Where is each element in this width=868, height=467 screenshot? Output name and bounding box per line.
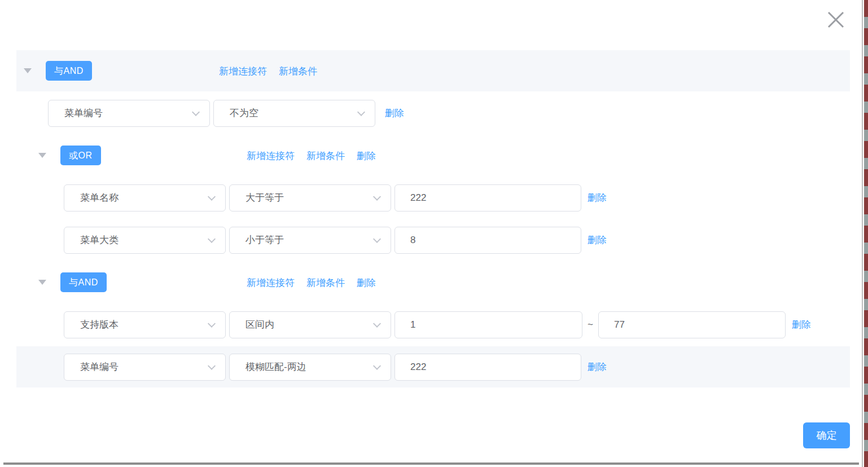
delete-condition-link[interactable]: 删除	[588, 233, 607, 246]
condition-row: 菜单编号 模糊匹配-两边 删除	[16, 346, 850, 387]
chevron-down-icon	[357, 108, 365, 116]
group-header-nested-and: 与AND 新增连接符 新增条件 删除	[16, 262, 850, 303]
connector-badge: 与AND	[60, 272, 107, 292]
operator-select[interactable]: 不为空	[213, 100, 375, 127]
add-condition-link[interactable]: 新增条件	[279, 64, 317, 77]
value-input[interactable]	[394, 184, 581, 212]
field-select-value: 菜单编号	[80, 360, 119, 373]
range-start-input[interactable]	[394, 311, 582, 338]
chevron-down-icon	[373, 192, 381, 200]
chevron-down-icon	[192, 108, 200, 116]
delete-group-link[interactable]: 删除	[357, 149, 376, 162]
group-header-or: 或OR 新增连接符 新增条件 删除	[16, 135, 850, 176]
group-header-root-and: 与AND 新增连接符 新增条件	[16, 50, 850, 91]
operator-select[interactable]: 区间内	[229, 311, 391, 338]
add-connector-link[interactable]: 新增连接符	[247, 149, 295, 162]
delete-group-link[interactable]: 删除	[357, 276, 376, 289]
caret-down-icon[interactable]	[24, 68, 32, 73]
field-select-value: 菜单大类	[80, 233, 119, 246]
operator-select-value: 区间内	[246, 318, 274, 331]
condition-row: 支持版本 区间内 ~ 删除	[16, 304, 850, 345]
operator-select[interactable]: 模糊匹配-两边	[229, 354, 391, 381]
range-end-input[interactable]	[598, 311, 786, 338]
field-select[interactable]: 支持版本	[64, 311, 226, 338]
caret-down-icon[interactable]	[38, 280, 46, 285]
delete-condition-link[interactable]: 删除	[588, 360, 607, 373]
condition-row: 菜单名称 大于等于 删除	[16, 177, 850, 218]
field-select[interactable]: 菜单大类	[64, 227, 226, 254]
chevron-down-icon	[208, 235, 216, 243]
delete-condition-link[interactable]: 删除	[385, 107, 404, 120]
operator-select[interactable]: 大于等于	[229, 184, 391, 212]
condition-tree: 与AND 新增连接符 新增条件 菜单编号 不为空 删除 或OR 新增连接符	[16, 50, 850, 389]
add-condition-link[interactable]: 新增条件	[306, 149, 345, 162]
add-connector-link[interactable]: 新增连接符	[247, 276, 295, 289]
connector-badge: 与AND	[46, 61, 92, 81]
chevron-down-icon	[208, 362, 216, 369]
field-select-value: 菜单名称	[80, 191, 119, 204]
field-select[interactable]: 菜单名称	[64, 184, 226, 212]
field-select[interactable]: 菜单编号	[48, 100, 210, 127]
page-behind-modal-strip	[864, 0, 868, 467]
caret-down-icon[interactable]	[38, 153, 46, 158]
condition-row: 菜单大类 小于等于 删除	[16, 219, 850, 261]
dialog-bottom-shadow	[3, 462, 859, 465]
value-input[interactable]	[394, 227, 581, 254]
condition-builder-dialog: 与AND 新增连接符 新增条件 菜单编号 不为空 删除 或OR 新增连接符	[0, 0, 863, 467]
close-icon	[826, 10, 845, 31]
operator-select-value: 模糊匹配-两边	[246, 360, 306, 373]
confirm-button[interactable]: 确定	[803, 422, 850, 448]
delete-condition-link[interactable]: 删除	[792, 318, 811, 331]
field-select-value: 菜单编号	[64, 107, 103, 120]
chevron-down-icon	[373, 362, 381, 369]
add-condition-link[interactable]: 新增条件	[306, 276, 345, 289]
connector-badge: 或OR	[60, 146, 101, 165]
chevron-down-icon	[208, 192, 216, 200]
operator-select-value: 不为空	[230, 107, 258, 120]
chevron-down-icon	[208, 319, 216, 327]
operator-select[interactable]: 小于等于	[229, 227, 391, 254]
operator-select-value: 大于等于	[246, 191, 284, 204]
delete-condition-link[interactable]: 删除	[588, 191, 607, 204]
close-button[interactable]	[825, 10, 847, 31]
condition-row: 菜单编号 不为空 删除	[16, 92, 850, 134]
chevron-down-icon	[373, 319, 381, 327]
value-input[interactable]	[394, 354, 581, 381]
add-connector-link[interactable]: 新增连接符	[219, 64, 267, 77]
field-select[interactable]: 菜单编号	[64, 354, 226, 381]
range-separator: ~	[588, 319, 593, 331]
field-select-value: 支持版本	[80, 318, 119, 331]
operator-select-value: 小于等于	[246, 233, 284, 246]
chevron-down-icon	[373, 235, 381, 243]
